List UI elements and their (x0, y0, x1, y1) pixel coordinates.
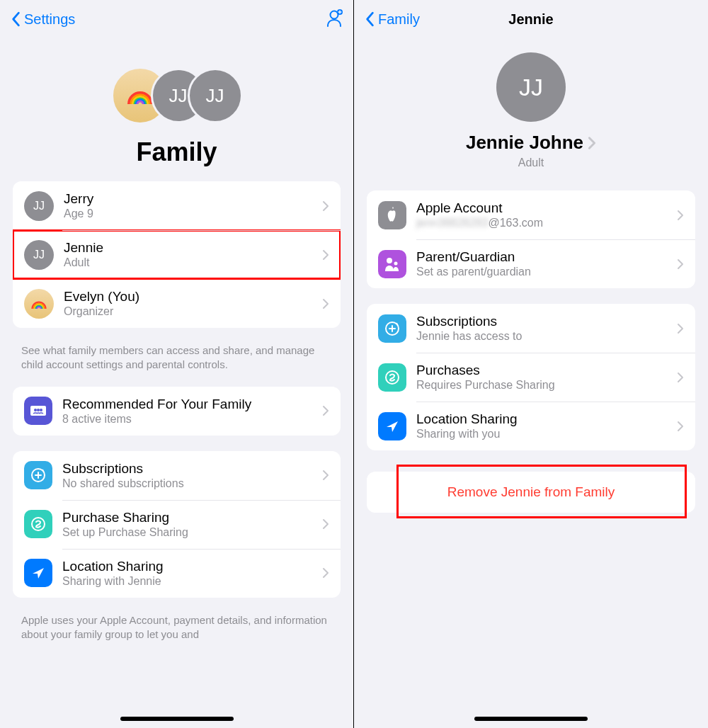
location-sharing-row[interactable]: Location Sharing Sharing with Jennie (13, 549, 341, 598)
chevron-right-icon (677, 210, 684, 221)
subscriptions-row[interactable]: Subscriptions No shared subscriptions (13, 451, 341, 500)
row-title: Purchase Sharing (62, 510, 316, 525)
svg-point-3 (34, 409, 37, 411)
member-row-jennie[interactable]: JJ Jennie Adult (13, 230, 341, 279)
member-sub: Adult (64, 256, 316, 269)
row-sub: 8 active items (62, 413, 316, 426)
purchase-sharing-row[interactable]: Purchase Sharing Set up Purchase Sharing (13, 500, 341, 549)
back-label: Settings (24, 11, 75, 28)
nav-title: Jennie (508, 11, 553, 28)
row-sub: Jennie has access to (416, 330, 671, 343)
member-name: Evelyn (You) (64, 289, 316, 305)
page-title: Family (0, 137, 353, 167)
chevron-right-icon (322, 249, 329, 261)
location-icon (378, 412, 406, 440)
svg-point-9 (394, 261, 398, 265)
member-sub: Organizer (64, 305, 316, 318)
row-sub: Requires Purchase Sharing (416, 379, 671, 392)
home-indicator[interactable] (120, 717, 234, 721)
svg-point-0 (331, 11, 338, 19)
chevron-right-icon (322, 470, 329, 481)
chevron-left-icon (10, 11, 21, 27)
row-title: Purchases (416, 363, 671, 378)
avatar (24, 289, 54, 319)
row-sub: jenn38828283@163.com (416, 217, 671, 229)
row-sub: Set up Purchase Sharing (62, 526, 316, 539)
svg-point-4 (37, 409, 40, 411)
purchases-icon (378, 363, 406, 392)
row-title: Parent/Guardian (416, 249, 671, 265)
footnote: Apple uses your Apple Account, payment d… (0, 613, 353, 656)
avatar: JJ (24, 240, 54, 270)
member-row-evelyn[interactable]: Evelyn (You) Organizer (13, 279, 341, 328)
subscriptions-icon (24, 461, 52, 489)
apple-icon (378, 201, 406, 229)
sharing-group: Subscriptions No shared subscriptions Pu… (13, 451, 341, 598)
row-title: Location Sharing (62, 559, 316, 574)
chevron-right-icon (677, 372, 684, 383)
recommended-icon (24, 397, 52, 425)
members-group: JJ Jerry Age 9 JJ Jennie Adult (13, 181, 341, 328)
member-name: Jennie Johne (466, 132, 583, 154)
member-row-jerry[interactable]: JJ Jerry Age 9 (13, 181, 341, 230)
family-avatar-stack: JJ JJ (0, 67, 353, 125)
member-name: Jerry (64, 191, 316, 207)
row-sub: Set as parent/guardian (416, 266, 671, 278)
row-title: Recommended For Your Family (62, 397, 316, 412)
add-member-button[interactable] (322, 8, 343, 30)
back-button[interactable]: Family (364, 11, 420, 28)
purchases-icon (24, 510, 52, 538)
location-icon (24, 559, 52, 587)
row-sub: No shared subscriptions (62, 477, 316, 490)
chevron-right-icon (322, 200, 329, 212)
location-sharing-row[interactable]: Location Sharing Sharing with you (367, 402, 695, 450)
chevron-right-icon (677, 421, 684, 432)
chevron-right-icon (322, 567, 329, 579)
avatar: JJ (188, 68, 243, 123)
chevron-right-icon (322, 298, 329, 309)
svg-point-5 (40, 409, 42, 411)
row-sub: Sharing with Jennie (62, 575, 316, 588)
back-button[interactable]: Settings (10, 11, 75, 28)
home-indicator[interactable] (474, 717, 588, 721)
avatar: JJ (496, 52, 566, 122)
row-title: Subscriptions (62, 461, 316, 477)
rainbow-icon (30, 295, 48, 313)
access-group: Subscriptions Jennie has access to Purch… (367, 304, 695, 450)
avatar: JJ (24, 191, 54, 221)
row-sub: Sharing with you (416, 428, 671, 440)
member-name: Jennie (64, 240, 316, 256)
chevron-right-icon (677, 323, 684, 334)
account-group: Apple Account jenn38828283@163.com Paren… (367, 190, 695, 288)
chevron-right-icon (322, 405, 329, 416)
person-add-icon (322, 8, 343, 27)
svg-point-8 (387, 258, 392, 263)
footnote: See what family members can access and s… (0, 343, 353, 387)
recommended-group: Recommended For Your Family 8 active ite… (13, 387, 341, 436)
member-role: Adult (354, 157, 708, 169)
chevron-right-icon (677, 258, 684, 270)
remove-from-family-button[interactable]: Remove Jennie from Family (367, 472, 695, 513)
parent-guardian-row[interactable]: Parent/Guardian Set as parent/guardian (367, 239, 695, 288)
chevron-right-icon (322, 518, 329, 530)
parent-icon (378, 250, 406, 278)
row-title: Location Sharing (416, 411, 671, 427)
apple-account-row[interactable]: Apple Account jenn38828283@163.com (367, 190, 695, 239)
chevron-right-icon (588, 136, 596, 150)
member-name-row[interactable]: Jennie Johne (354, 132, 708, 154)
row-title: Subscriptions (416, 314, 671, 329)
row-title: Apple Account (416, 200, 671, 216)
purchases-row[interactable]: Purchases Requires Purchase Sharing (367, 353, 695, 402)
chevron-left-icon (364, 11, 375, 27)
back-label: Family (378, 11, 420, 28)
subscriptions-row[interactable]: Subscriptions Jennie has access to (367, 304, 695, 353)
recommended-row[interactable]: Recommended For Your Family 8 active ite… (13, 387, 341, 436)
member-sub: Age 9 (64, 207, 316, 220)
subscriptions-icon (378, 314, 406, 343)
